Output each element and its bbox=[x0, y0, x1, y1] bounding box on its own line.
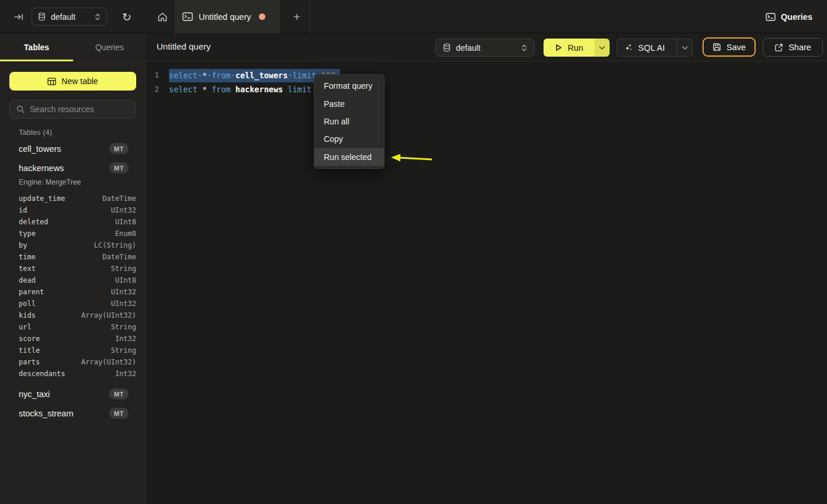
column-type: DateTime bbox=[102, 194, 136, 203]
column-type: Enum8 bbox=[115, 230, 136, 238]
tabstrip-divider bbox=[310, 0, 310, 33]
column-name: by bbox=[19, 241, 27, 249]
top-bar-left-section: default ↻ bbox=[0, 0, 146, 33]
menu-item-run-selected[interactable]: Run selected bbox=[314, 148, 384, 166]
annotation-arrow-icon bbox=[387, 152, 435, 164]
share-button[interactable]: Share bbox=[763, 38, 823, 57]
toolbar-database-value: default bbox=[456, 43, 480, 53]
column-type: UInt32 bbox=[111, 206, 136, 214]
column-name: kids bbox=[19, 311, 36, 319]
sql-token: from bbox=[212, 85, 231, 94]
new-table-button[interactable]: New table bbox=[9, 72, 136, 91]
terminal-icon bbox=[182, 12, 193, 21]
sql-token: select bbox=[169, 71, 198, 80]
resources-sidebar: New table Search resources Tables (4) ce… bbox=[0, 61, 146, 504]
code-line-2[interactable]: select*fromhackernewslimit bbox=[169, 82, 312, 96]
tab-untitled-query[interactable]: Untitled query bbox=[174, 0, 281, 33]
sidebar-tab-queries[interactable]: Queries bbox=[73, 33, 146, 61]
line-number: 2 bbox=[150, 82, 159, 96]
sql-editor[interactable]: 1 2 select*fromcell_towerslimit100 selec… bbox=[146, 61, 827, 504]
sql-ai-button-group: SQL AI bbox=[617, 39, 693, 57]
menu-item-copy[interactable]: Copy bbox=[314, 130, 384, 148]
column-row: url String bbox=[0, 322, 146, 333]
sql-ai-options-button[interactable] bbox=[677, 39, 692, 56]
column-row: score Int32 bbox=[0, 333, 146, 345]
run-button-group: Run bbox=[544, 39, 610, 57]
sql-token: select bbox=[169, 85, 198, 94]
column-row: dead UInt8 bbox=[0, 275, 146, 287]
column-type: Int32 bbox=[115, 370, 136, 378]
table-icon bbox=[47, 78, 56, 85]
column-row: type Enum8 bbox=[0, 228, 146, 240]
run-button-label: Run bbox=[568, 43, 583, 53]
plus-icon: + bbox=[293, 10, 300, 24]
save-button-label: Save bbox=[726, 43, 746, 52]
topbar-database-selector[interactable]: default bbox=[32, 8, 107, 26]
collapse-sidebar-button[interactable] bbox=[13, 11, 25, 23]
table-row-stocks-stream[interactable]: stocks_stream MT bbox=[0, 408, 146, 419]
column-type: String bbox=[111, 265, 136, 273]
line-number: 1 bbox=[150, 68, 159, 82]
column-name: parent bbox=[19, 288, 44, 296]
refresh-icon: ↻ bbox=[122, 11, 132, 23]
table-row-hackernews[interactable]: hackernews MT bbox=[0, 162, 146, 174]
column-name: url bbox=[19, 323, 32, 331]
engine-badge: MT bbox=[109, 143, 129, 154]
save-icon bbox=[712, 43, 721, 51]
sidebar-tab-tables[interactable]: Tables bbox=[0, 33, 73, 61]
sql-token: * bbox=[202, 71, 207, 80]
menu-item-run-all[interactable]: Run all bbox=[314, 113, 384, 130]
engine-badge: MT bbox=[109, 388, 129, 399]
column-name: poll bbox=[19, 300, 36, 308]
search-input[interactable]: Search resources bbox=[9, 100, 136, 119]
column-row: parts Array(UInt32) bbox=[0, 357, 146, 369]
column-type: LC(String) bbox=[94, 241, 136, 249]
column-name: dead bbox=[19, 276, 36, 284]
sql-token: cell_towers bbox=[236, 71, 288, 80]
refresh-button[interactable]: ↻ bbox=[119, 9, 134, 25]
tables-tab-label: Tables bbox=[24, 43, 49, 52]
chevron-updown-icon bbox=[95, 13, 101, 21]
table-row-cell-towers[interactable]: cell_towers MT bbox=[0, 143, 146, 155]
new-tab-button[interactable]: + bbox=[289, 9, 305, 25]
table-name: nyc_taxi bbox=[19, 390, 50, 399]
column-type: String bbox=[111, 346, 136, 354]
table-row-nyc-taxi[interactable]: nyc_taxi MT bbox=[0, 388, 146, 400]
column-row: time DateTime bbox=[0, 252, 146, 263]
sql-token: limit bbox=[288, 85, 312, 94]
column-row: kids Array(UInt32) bbox=[0, 310, 146, 322]
sql-console-app: default ↻ Untitled query + bbox=[0, 0, 827, 504]
chevron-down-icon bbox=[682, 46, 688, 50]
column-type: UInt32 bbox=[111, 300, 136, 308]
chevron-updown-icon bbox=[521, 44, 527, 52]
search-icon bbox=[16, 105, 25, 113]
menu-item-format-query[interactable]: Format query bbox=[314, 77, 384, 95]
column-name: score bbox=[19, 335, 40, 343]
column-name: text bbox=[19, 265, 36, 273]
sidebar-tab-bar: Tables Queries bbox=[0, 33, 146, 61]
sql-ai-button[interactable]: SQL AI bbox=[617, 43, 677, 53]
engine-badge: MT bbox=[109, 162, 129, 173]
run-button[interactable]: Run bbox=[544, 39, 594, 57]
column-row: text String bbox=[0, 263, 146, 275]
table-name: cell_towers bbox=[19, 144, 61, 154]
toolbar-database-selector[interactable]: default bbox=[435, 39, 535, 57]
column-type: UInt8 bbox=[115, 218, 136, 226]
column-name: deleted bbox=[19, 218, 49, 226]
run-options-button[interactable] bbox=[594, 39, 610, 57]
sql-token: from bbox=[212, 71, 231, 80]
column-name: type bbox=[19, 230, 36, 238]
query-title: Untitled query bbox=[157, 41, 211, 51]
queries-panel-button[interactable]: Queries bbox=[766, 10, 812, 24]
sql-token: limit bbox=[292, 71, 316, 80]
chevron-down-icon bbox=[599, 46, 605, 50]
column-type: String bbox=[111, 323, 136, 331]
home-button[interactable] bbox=[155, 11, 169, 23]
column-type: Array(UInt32) bbox=[81, 358, 136, 366]
queries-panel-label: Queries bbox=[781, 12, 812, 22]
save-button[interactable]: Save bbox=[703, 37, 756, 57]
menu-item-paste[interactable]: Paste bbox=[314, 95, 384, 112]
sparkles-icon bbox=[624, 43, 633, 52]
sql-token: * bbox=[202, 85, 207, 94]
engine-badge: MT bbox=[109, 408, 129, 419]
